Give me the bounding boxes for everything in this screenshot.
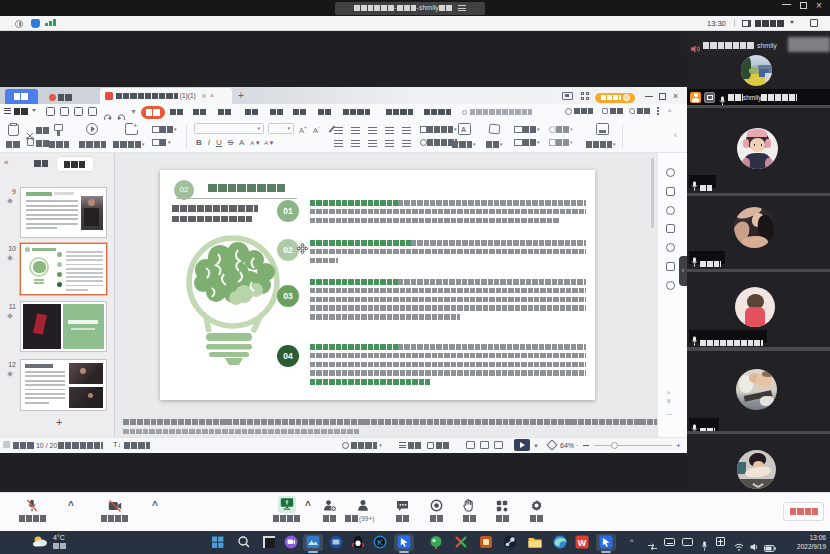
svg-text:W: W (578, 538, 587, 548)
svg-text:K: K (377, 538, 383, 547)
